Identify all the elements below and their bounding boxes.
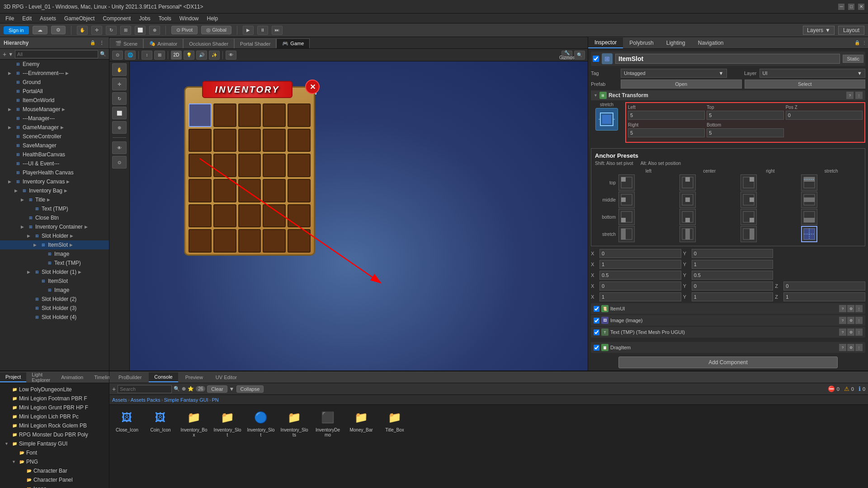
project-tree-item-6[interactable]: ▼📁Simple Fantasy GUI [2,439,107,448]
2d-btn[interactable]: 2D [171,51,182,60]
bottom-input[interactable] [707,128,783,137]
file-item-7[interactable]: 📁Money_Bar [345,407,377,439]
hierarchy-item-11[interactable]: ⊞---UI & Event--- [0,159,109,168]
gameobject-name-field[interactable] [615,54,840,64]
hierarchy-item-13[interactable]: ▶⊞Inventory Canvas▶ [0,177,109,186]
layout-button[interactable]: Layout [838,26,864,35]
bc-assets-packs[interactable]: Assets Packs [131,397,160,403]
bc-pn[interactable]: PN [212,397,218,403]
anchor-top-left[interactable] [618,174,635,191]
inventory-slot-14[interactable] [288,154,311,177]
menu-help[interactable]: Help [203,14,222,23]
fx-btn[interactable]: ✨ [209,51,220,60]
text-help-btn[interactable]: ? [839,328,846,336]
tab-animation[interactable]: Animation [56,373,89,382]
gameobject-active-toggle[interactable] [593,56,599,62]
project-tree-item-9[interactable]: 📂Character Bar [2,466,107,475]
text-active-toggle[interactable] [594,329,599,335]
clear-button[interactable]: Clear [207,385,227,393]
file-search-icon[interactable]: 🔍 [174,386,180,392]
project-tree-item-2[interactable]: 📁Mini Legion Grunt PBR HP F [2,403,107,412]
prefab-select-button[interactable]: Select [745,80,866,89]
bc-simple-fantasy-gui[interactable]: Simple Fantasy GUI [164,397,208,403]
hierarchy-item-4[interactable]: ⊞ItemOnWorld [0,96,109,105]
file-add-icon[interactable]: + [112,385,116,393]
anchor-bottom-center[interactable] [679,209,696,225]
menu-jobs[interactable]: Jobs [135,14,154,23]
file-search-input[interactable] [118,385,172,393]
pivot-button[interactable]: ⊙ Pivot [171,26,198,34]
rect-more-icon[interactable]: ⋮ [855,92,863,99]
tab-light-explorer[interactable]: Light Explorer [26,370,56,385]
project-tree-item-1[interactable]: 📁Mini Legion Footman PBR F [2,394,107,403]
inventory-slot-18[interactable] [263,179,286,202]
rect-transform-section-header[interactable]: ▼ ⊞ Rect Transform ? ⋮ [591,90,865,100]
hierarchy-item-15[interactable]: ▶⊞Title▶ [0,195,109,204]
menu-file[interactable]: File [2,14,18,23]
file-item-6[interactable]: ⬛InventoryDemo [312,407,344,439]
file-item-4[interactable]: 🔵Inventory_Slot [245,407,277,439]
menu-tools[interactable]: Tools [155,14,175,23]
inventory-slot-20[interactable] [189,204,212,228]
hierarchy-item-8[interactable]: ⊞SceneController [0,132,109,141]
inventory-slot-19[interactable] [288,179,311,202]
inventory-slot-4[interactable] [288,103,311,127]
anchor-stretch-center[interactable] [679,226,696,242]
hierarchy-item-10[interactable]: ⊞HealthBarCanvas [0,150,109,159]
menu-assets[interactable]: Assets [36,14,60,23]
y-input-05[interactable] [692,271,774,280]
play-button[interactable]: ▶ [243,26,254,35]
step-button[interactable]: ⏭ [272,26,283,35]
file-item-1[interactable]: 🖼Coin_Icon [145,407,176,439]
inventory-slot-7[interactable] [238,129,261,152]
hierarchy-item-9[interactable]: ⊞SaveManager [0,141,109,150]
tab-lighting[interactable]: Lighting [660,38,692,48]
scale-tool[interactable]: ⊞ [120,26,131,35]
menu-gameobject[interactable]: GameObject [61,14,98,23]
scene-rotate-btn[interactable]: ↻ [112,92,127,105]
hierarchy-add-icon[interactable]: + [3,51,6,58]
hierarchy-item-12[interactable]: ⊞PlayerHealth Canvas [0,168,109,177]
tab-uv[interactable]: UV Editor [210,373,242,382]
anchor-middle-right[interactable] [741,192,757,208]
inventory-slot-11[interactable] [213,154,236,177]
cloud-button[interactable]: ☁ [33,26,47,34]
hierarchy-item-6[interactable]: ⊞---Manager--- [0,114,109,123]
x-input-0[interactable] [599,249,681,258]
world-btn[interactable]: 🌐 [125,51,136,60]
right-input[interactable] [628,128,705,137]
inventory-slot-25[interactable] [189,229,212,253]
scene-transform-btn[interactable]: ⊕ [112,121,127,134]
z-input-1b[interactable] [783,292,865,301]
drag-active-toggle[interactable] [594,345,599,351]
itemui-settings-btn[interactable]: ⚙ [847,305,854,312]
tab-scene[interactable]: 🎬 Scene [109,38,143,48]
hand-tool[interactable]: ✋ [77,26,88,35]
inventory-slot-0[interactable] [189,103,212,127]
x-input-1b[interactable] [599,292,681,301]
hierarchy-item-17[interactable]: ⊞Close Btn [0,213,109,222]
inventory-slot-27[interactable] [238,229,261,253]
drag-help-btn[interactable]: ? [839,344,846,351]
stretch-icon-button[interactable] [595,108,618,131]
text-more-btn[interactable]: ⋮ [855,328,863,336]
tab-project[interactable]: Project [0,372,26,382]
tab-polybrush[interactable]: Polybrush [623,38,660,48]
transform-tool[interactable]: ⊕ [149,26,160,35]
menu-window[interactable]: Window [176,14,203,23]
move-gizmo[interactable]: ↕ [142,51,152,60]
top-input[interactable] [707,111,783,120]
light-btn[interactable]: 💡 [184,51,194,60]
project-tree-item-8[interactable]: ▼📂PNG [2,457,107,466]
scene-search-btn[interactable]: 🔍 [574,51,585,60]
inventory-slot-5[interactable] [189,129,212,152]
inspector-more-icon[interactable]: ⋮ [861,39,868,47]
anchor-bottom-right[interactable] [741,209,757,225]
hierarchy-item-5[interactable]: ▶⊞MouseManager▶ [0,105,109,114]
tab-animator[interactable]: 🎭 Animator [143,38,183,48]
text-settings-btn[interactable]: ⚙ [847,328,854,336]
x-input-1[interactable] [599,260,681,269]
image-more-btn[interactable]: ⋮ [855,317,863,324]
hierarchy-item-22[interactable]: ⊞Text (TMP) [0,258,109,267]
tab-console[interactable]: Console [149,372,178,382]
